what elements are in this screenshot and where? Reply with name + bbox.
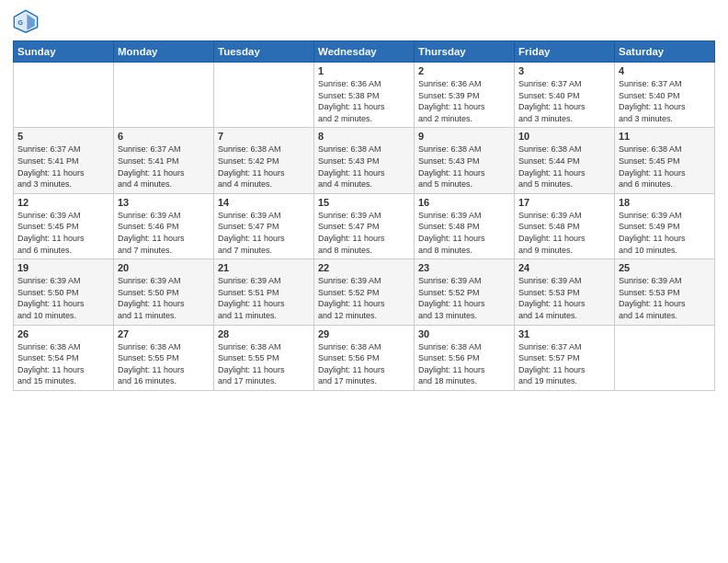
day-number: 12: [17, 197, 109, 208]
calendar-cell: [114, 63, 214, 128]
day-number: 10: [518, 131, 610, 142]
day-info: Sunrise: 6:38 AM Sunset: 5:43 PM Dayligh…: [318, 144, 410, 190]
calendar-cell: 5Sunrise: 6:37 AM Sunset: 5:41 PM Daylig…: [14, 128, 114, 193]
calendar-cell: 20Sunrise: 6:39 AM Sunset: 5:50 PM Dayli…: [114, 259, 214, 325]
day-number: 3: [518, 65, 610, 76]
weekday-header-thursday: Thursday: [415, 41, 515, 63]
weekday-header-monday: Monday: [114, 41, 214, 63]
calendar-cell: 1Sunrise: 6:36 AM Sunset: 5:38 PM Daylig…: [314, 63, 415, 128]
calendar-cell: 10Sunrise: 6:38 AM Sunset: 5:44 PM Dayli…: [515, 128, 615, 193]
calendar-body: 1Sunrise: 6:36 AM Sunset: 5:38 PM Daylig…: [14, 63, 715, 391]
logo-icon: G: [13, 9, 39, 35]
day-info: Sunrise: 6:38 AM Sunset: 5:45 PM Dayligh…: [619, 144, 711, 190]
day-info: Sunrise: 6:39 AM Sunset: 5:47 PM Dayligh…: [218, 210, 310, 256]
day-info: Sunrise: 6:38 AM Sunset: 5:54 PM Dayligh…: [17, 341, 109, 387]
week-row-2: 5Sunrise: 6:37 AM Sunset: 5:41 PM Daylig…: [14, 128, 715, 193]
calendar-table: SundayMondayTuesdayWednesdayThursdayFrid…: [13, 40, 715, 391]
calendar-cell: 4Sunrise: 6:37 AM Sunset: 5:40 PM Daylig…: [615, 63, 715, 128]
calendar-cell: 3Sunrise: 6:37 AM Sunset: 5:40 PM Daylig…: [515, 63, 615, 128]
day-number: 11: [619, 131, 711, 142]
calendar-header: SundayMondayTuesdayWednesdayThursdayFrid…: [14, 41, 715, 63]
calendar-cell: 18Sunrise: 6:39 AM Sunset: 5:49 PM Dayli…: [615, 193, 715, 259]
header: G: [13, 9, 715, 35]
calendar-cell: 26Sunrise: 6:38 AM Sunset: 5:54 PM Dayli…: [14, 325, 114, 390]
day-info: Sunrise: 6:39 AM Sunset: 5:50 PM Dayligh…: [118, 275, 210, 321]
calendar-cell: 9Sunrise: 6:38 AM Sunset: 5:43 PM Daylig…: [415, 128, 515, 193]
day-number: 24: [518, 262, 610, 273]
weekday-header-friday: Friday: [515, 41, 615, 63]
logo: G: [13, 9, 42, 35]
day-number: 27: [118, 328, 210, 339]
day-number: 1: [318, 65, 410, 76]
week-row-1: 1Sunrise: 6:36 AM Sunset: 5:38 PM Daylig…: [14, 63, 715, 128]
day-info: Sunrise: 6:38 AM Sunset: 5:43 PM Dayligh…: [418, 144, 510, 190]
calendar-cell: 19Sunrise: 6:39 AM Sunset: 5:50 PM Dayli…: [14, 259, 114, 325]
day-info: Sunrise: 6:38 AM Sunset: 5:44 PM Dayligh…: [518, 144, 610, 190]
week-row-5: 26Sunrise: 6:38 AM Sunset: 5:54 PM Dayli…: [14, 325, 715, 390]
day-info: Sunrise: 6:37 AM Sunset: 5:41 PM Dayligh…: [17, 144, 109, 190]
day-info: Sunrise: 6:37 AM Sunset: 5:40 PM Dayligh…: [518, 78, 610, 124]
day-number: 26: [17, 328, 109, 339]
day-number: 6: [118, 131, 210, 142]
day-info: Sunrise: 6:39 AM Sunset: 5:52 PM Dayligh…: [418, 275, 510, 321]
calendar-cell: 16Sunrise: 6:39 AM Sunset: 5:48 PM Dayli…: [415, 193, 515, 259]
day-number: 19: [17, 262, 109, 273]
calendar-cell: [214, 63, 314, 128]
day-info: Sunrise: 6:39 AM Sunset: 5:48 PM Dayligh…: [418, 210, 510, 256]
day-number: 29: [318, 328, 410, 339]
day-info: Sunrise: 6:39 AM Sunset: 5:53 PM Dayligh…: [518, 275, 610, 321]
calendar-cell: 7Sunrise: 6:38 AM Sunset: 5:42 PM Daylig…: [214, 128, 314, 193]
calendar-cell: [14, 63, 114, 128]
day-number: 20: [118, 262, 210, 273]
day-number: 4: [619, 65, 711, 76]
calendar-cell: 30Sunrise: 6:38 AM Sunset: 5:56 PM Dayli…: [415, 325, 515, 390]
weekday-header-wednesday: Wednesday: [314, 41, 415, 63]
day-info: Sunrise: 6:37 AM Sunset: 5:40 PM Dayligh…: [619, 78, 711, 124]
day-number: 16: [418, 197, 510, 208]
day-info: Sunrise: 6:39 AM Sunset: 5:53 PM Dayligh…: [619, 275, 711, 321]
day-number: 5: [17, 131, 109, 142]
calendar-cell: 24Sunrise: 6:39 AM Sunset: 5:53 PM Dayli…: [515, 259, 615, 325]
day-number: 25: [619, 262, 711, 273]
week-row-3: 12Sunrise: 6:39 AM Sunset: 5:45 PM Dayli…: [14, 193, 715, 259]
day-info: Sunrise: 6:38 AM Sunset: 5:55 PM Dayligh…: [218, 341, 310, 387]
calendar-cell: 21Sunrise: 6:39 AM Sunset: 5:51 PM Dayli…: [214, 259, 314, 325]
weekday-header-tuesday: Tuesday: [214, 41, 314, 63]
page: G SundayMondayTuesdayWednesdayThursdayFr…: [0, 0, 728, 563]
weekday-header-row: SundayMondayTuesdayWednesdayThursdayFrid…: [14, 41, 715, 63]
calendar-cell: 14Sunrise: 6:39 AM Sunset: 5:47 PM Dayli…: [214, 193, 314, 259]
calendar-cell: 27Sunrise: 6:38 AM Sunset: 5:55 PM Dayli…: [114, 325, 214, 390]
day-number: 2: [418, 65, 510, 76]
calendar-cell: 29Sunrise: 6:38 AM Sunset: 5:56 PM Dayli…: [314, 325, 415, 390]
calendar-cell: 22Sunrise: 6:39 AM Sunset: 5:52 PM Dayli…: [314, 259, 415, 325]
day-number: 8: [318, 131, 410, 142]
calendar-cell: 11Sunrise: 6:38 AM Sunset: 5:45 PM Dayli…: [615, 128, 715, 193]
day-number: 13: [118, 197, 210, 208]
day-number: 23: [418, 262, 510, 273]
day-info: Sunrise: 6:39 AM Sunset: 5:46 PM Dayligh…: [118, 210, 210, 256]
week-row-4: 19Sunrise: 6:39 AM Sunset: 5:50 PM Dayli…: [14, 259, 715, 325]
day-info: Sunrise: 6:36 AM Sunset: 5:38 PM Dayligh…: [318, 78, 410, 124]
day-info: Sunrise: 6:38 AM Sunset: 5:56 PM Dayligh…: [318, 341, 410, 387]
day-info: Sunrise: 6:37 AM Sunset: 5:57 PM Dayligh…: [518, 341, 610, 387]
calendar-cell: 6Sunrise: 6:37 AM Sunset: 5:41 PM Daylig…: [114, 128, 214, 193]
day-number: 31: [518, 328, 610, 339]
day-number: 28: [218, 328, 310, 339]
day-number: 7: [218, 131, 310, 142]
day-info: Sunrise: 6:39 AM Sunset: 5:52 PM Dayligh…: [318, 275, 410, 321]
day-info: Sunrise: 6:36 AM Sunset: 5:39 PM Dayligh…: [418, 78, 510, 124]
day-info: Sunrise: 6:38 AM Sunset: 5:56 PM Dayligh…: [418, 341, 510, 387]
svg-text:G: G: [18, 19, 24, 26]
calendar-cell: 23Sunrise: 6:39 AM Sunset: 5:52 PM Dayli…: [415, 259, 515, 325]
calendar-cell: 8Sunrise: 6:38 AM Sunset: 5:43 PM Daylig…: [314, 128, 415, 193]
day-number: 14: [218, 197, 310, 208]
calendar-cell: 13Sunrise: 6:39 AM Sunset: 5:46 PM Dayli…: [114, 193, 214, 259]
day-number: 18: [619, 197, 711, 208]
day-number: 30: [418, 328, 510, 339]
day-info: Sunrise: 6:37 AM Sunset: 5:41 PM Dayligh…: [118, 144, 210, 190]
calendar-cell: 2Sunrise: 6:36 AM Sunset: 5:39 PM Daylig…: [415, 63, 515, 128]
weekday-header-sunday: Sunday: [14, 41, 114, 63]
day-info: Sunrise: 6:39 AM Sunset: 5:47 PM Dayligh…: [318, 210, 410, 256]
day-info: Sunrise: 6:39 AM Sunset: 5:49 PM Dayligh…: [619, 210, 711, 256]
day-info: Sunrise: 6:38 AM Sunset: 5:42 PM Dayligh…: [218, 144, 310, 190]
